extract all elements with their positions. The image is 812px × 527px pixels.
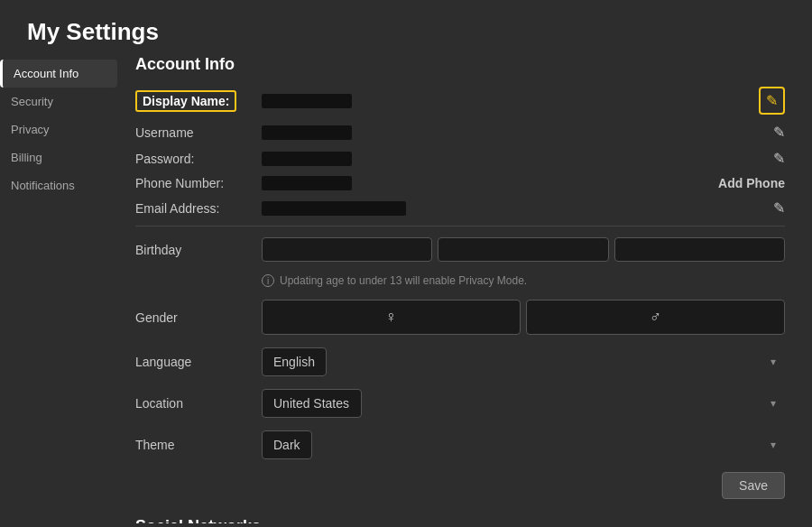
email-label: Email Address: bbox=[135, 201, 262, 216]
theme-select[interactable]: Dark bbox=[262, 430, 312, 459]
page-title: My Settings bbox=[0, 0, 812, 55]
email-edit-icon[interactable]: ✎ bbox=[773, 199, 785, 217]
language-row: Language English bbox=[135, 347, 785, 376]
save-row: Save bbox=[135, 472, 785, 499]
location-dropdown-wrapper: United States bbox=[262, 389, 785, 418]
birthday-label: Birthday bbox=[135, 243, 262, 257]
username-value bbox=[262, 125, 352, 140]
save-button[interactable]: Save bbox=[722, 472, 785, 499]
sidebar-label-security: Security bbox=[11, 95, 53, 108]
account-info-title: Account Info bbox=[135, 55, 785, 74]
info-icon: i bbox=[262, 274, 274, 287]
privacy-note-text: Updating age to under 13 will enable Pri… bbox=[280, 274, 527, 287]
email-row: Email Address: ✎ bbox=[135, 199, 785, 217]
language-label: Language bbox=[135, 355, 262, 369]
display-name-label: Display Name: bbox=[135, 94, 262, 108]
password-edit-icon[interactable]: ✎ bbox=[773, 150, 785, 167]
language-select[interactable]: English bbox=[262, 347, 327, 376]
password-row: Password: ✎ bbox=[135, 150, 785, 167]
sidebar-item-privacy[interactable]: Privacy bbox=[0, 116, 117, 143]
username-edit-icon[interactable]: ✎ bbox=[773, 124, 785, 141]
sidebar-label-notifications: Notifications bbox=[11, 179, 75, 192]
birthday-row: Birthday bbox=[135, 237, 785, 262]
username-row: Username ✎ bbox=[135, 124, 785, 141]
display-name-row: Display Name: ✎ bbox=[135, 87, 785, 115]
birthday-year-select[interactable] bbox=[614, 237, 785, 262]
password-label: Password: bbox=[135, 152, 262, 166]
birthday-selects bbox=[262, 237, 785, 262]
gender-label: Gender bbox=[135, 310, 262, 325]
birthday-day-select[interactable] bbox=[438, 237, 608, 262]
sidebar-item-security[interactable]: Security bbox=[0, 88, 117, 116]
privacy-note: i Updating age to under 13 will enable P… bbox=[135, 274, 785, 287]
display-name-value bbox=[262, 94, 352, 108]
sidebar-label-billing: Billing bbox=[11, 151, 42, 164]
location-label: Location bbox=[135, 396, 262, 411]
gender-female-button[interactable]: ♂ bbox=[526, 300, 785, 335]
sidebar-label-privacy: Privacy bbox=[11, 123, 50, 136]
gender-buttons: ♀ ♂ bbox=[262, 300, 785, 335]
sidebar-label-account-info: Account Info bbox=[14, 67, 78, 80]
theme-row: Theme Dark bbox=[135, 430, 785, 459]
sidebar-item-billing[interactable]: Billing bbox=[0, 143, 117, 171]
main-content: Account Info Display Name: ✎ Username ✎ … bbox=[117, 55, 812, 523]
gender-row: Gender ♀ ♂ bbox=[135, 300, 785, 335]
language-dropdown-wrapper: English bbox=[262, 347, 785, 376]
username-label: Username bbox=[135, 125, 262, 140]
gender-male-button[interactable]: ♀ bbox=[262, 300, 521, 335]
birthday-month-select[interactable] bbox=[262, 237, 432, 262]
location-row: Location United States bbox=[135, 389, 785, 418]
email-value bbox=[262, 201, 406, 216]
divider-1 bbox=[135, 226, 785, 227]
add-phone-button[interactable]: Add Phone bbox=[718, 176, 785, 190]
display-name-edit-icon[interactable]: ✎ bbox=[759, 87, 785, 115]
theme-dropdown-wrapper: Dark bbox=[262, 430, 785, 459]
phone-row: Phone Number: Add Phone bbox=[135, 176, 785, 190]
sidebar-item-notifications[interactable]: Notifications bbox=[0, 171, 117, 199]
social-networks-title: Social Networks bbox=[135, 517, 785, 523]
male-icon: ♀ bbox=[385, 308, 398, 326]
sidebar: Account Info Security Privacy Billing No… bbox=[0, 55, 117, 523]
phone-value bbox=[262, 176, 352, 190]
theme-label: Theme bbox=[135, 438, 262, 452]
female-icon: ♂ bbox=[650, 308, 662, 326]
phone-label: Phone Number: bbox=[135, 176, 262, 190]
sidebar-item-account-info[interactable]: Account Info bbox=[0, 60, 117, 88]
location-select[interactable]: United States bbox=[262, 389, 362, 418]
password-value bbox=[262, 152, 352, 166]
